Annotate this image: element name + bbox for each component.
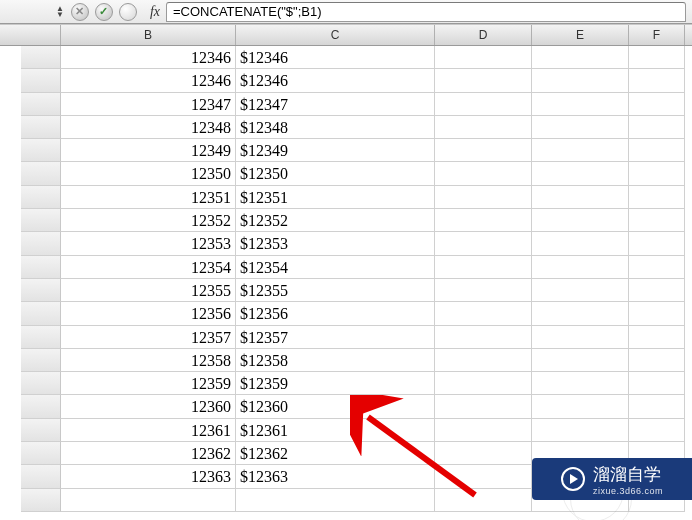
cell-D[interactable] <box>435 256 532 279</box>
row-header[interactable] <box>21 186 61 209</box>
cell-D[interactable] <box>435 419 532 442</box>
cell-E[interactable] <box>532 349 629 372</box>
cell-D[interactable] <box>435 372 532 395</box>
row-header[interactable] <box>21 209 61 232</box>
cell-B[interactable]: 12363 <box>61 465 236 488</box>
cell-B[interactable]: 12362 <box>61 442 236 465</box>
cell-E[interactable] <box>532 279 629 302</box>
row-header[interactable] <box>21 395 61 418</box>
cell-E[interactable] <box>532 93 629 116</box>
cell-B[interactable]: 12360 <box>61 395 236 418</box>
cell-C[interactable]: $12349 <box>236 139 435 162</box>
cell-B[interactable]: 12361 <box>61 419 236 442</box>
cell-F[interactable] <box>629 209 685 232</box>
row-header[interactable] <box>21 256 61 279</box>
cell-B[interactable]: 12352 <box>61 209 236 232</box>
cell-B[interactable]: 12351 <box>61 186 236 209</box>
cell-F[interactable] <box>629 279 685 302</box>
cell-D[interactable] <box>435 465 532 488</box>
cell-F[interactable] <box>629 256 685 279</box>
cell-B[interactable]: 12348 <box>61 116 236 139</box>
cell-E[interactable] <box>532 302 629 325</box>
cell-E[interactable] <box>532 232 629 255</box>
cell-E[interactable] <box>532 46 629 69</box>
cell-C[interactable]: $12363 <box>236 465 435 488</box>
cell-B[interactable]: 12346 <box>61 69 236 92</box>
row-header[interactable] <box>21 162 61 185</box>
cell-C[interactable]: $12351 <box>236 186 435 209</box>
cell-B[interactable]: 12350 <box>61 162 236 185</box>
cell-C[interactable]: $12362 <box>236 442 435 465</box>
cell-B[interactable]: 12357 <box>61 326 236 349</box>
cell-F[interactable] <box>629 372 685 395</box>
cell-E[interactable] <box>532 139 629 162</box>
cell-C[interactable]: $12352 <box>236 209 435 232</box>
cell-C[interactable]: $12350 <box>236 162 435 185</box>
formula-input[interactable]: =CONCATENATE("$";B1) <box>166 2 686 22</box>
cell-B[interactable]: 12349 <box>61 139 236 162</box>
cell-F[interactable] <box>629 69 685 92</box>
row-header[interactable] <box>21 442 61 465</box>
cell-C[interactable]: $12353 <box>236 232 435 255</box>
cell-C[interactable]: $12346 <box>236 46 435 69</box>
cell-B[interactable]: 12353 <box>61 232 236 255</box>
cell-E[interactable] <box>532 186 629 209</box>
cell-C[interactable]: $12357 <box>236 326 435 349</box>
cell-E[interactable] <box>532 326 629 349</box>
cell-B[interactable]: 12356 <box>61 302 236 325</box>
cell-D[interactable] <box>435 326 532 349</box>
row-header[interactable] <box>21 349 61 372</box>
cell-C[interactable]: $12356 <box>236 302 435 325</box>
row-header[interactable] <box>21 69 61 92</box>
cell-C[interactable]: $12348 <box>236 116 435 139</box>
cell-B[interactable]: 12355 <box>61 279 236 302</box>
cell-B[interactable] <box>61 489 236 512</box>
cell-D[interactable] <box>435 395 532 418</box>
row-header[interactable] <box>21 326 61 349</box>
confirm-button[interactable]: ✓ <box>93 2 115 22</box>
cell-B[interactable]: 12347 <box>61 93 236 116</box>
cell-E[interactable] <box>532 256 629 279</box>
cell-D[interactable] <box>435 209 532 232</box>
cell-C[interactable]: $12346 <box>236 69 435 92</box>
cell-C[interactable]: $12354 <box>236 256 435 279</box>
cell-B[interactable]: 12346 <box>61 46 236 69</box>
cell-D[interactable] <box>435 162 532 185</box>
col-header-C[interactable]: C <box>236 25 435 45</box>
cell-D[interactable] <box>435 69 532 92</box>
row-header[interactable] <box>21 46 61 69</box>
cell-C[interactable]: $12359 <box>236 372 435 395</box>
cell-F[interactable] <box>629 162 685 185</box>
cell-E[interactable] <box>532 209 629 232</box>
cell-D[interactable] <box>435 279 532 302</box>
cell-B[interactable]: 12354 <box>61 256 236 279</box>
cell-E[interactable] <box>532 69 629 92</box>
cell-D[interactable] <box>435 232 532 255</box>
col-header-D[interactable]: D <box>435 25 532 45</box>
row-header[interactable] <box>21 465 61 488</box>
row-header[interactable] <box>21 93 61 116</box>
row-header[interactable] <box>21 139 61 162</box>
cell-F[interactable] <box>629 232 685 255</box>
cell-C[interactable]: $12355 <box>236 279 435 302</box>
row-header-corner[interactable] <box>21 25 61 45</box>
cell-F[interactable] <box>629 46 685 69</box>
cell-F[interactable] <box>629 139 685 162</box>
cell-D[interactable] <box>435 302 532 325</box>
cell-E[interactable] <box>532 419 629 442</box>
cell-C[interactable]: $12347 <box>236 93 435 116</box>
row-header[interactable] <box>21 372 61 395</box>
cell-E[interactable] <box>532 162 629 185</box>
cell-D[interactable] <box>435 349 532 372</box>
row-header[interactable] <box>21 419 61 442</box>
cell-C[interactable] <box>236 489 435 512</box>
cell-F[interactable] <box>629 326 685 349</box>
cell-C[interactable]: $12361 <box>236 419 435 442</box>
cell-D[interactable] <box>435 46 532 69</box>
row-header[interactable] <box>21 279 61 302</box>
row-stepper[interactable]: ▲▼ <box>56 6 64 18</box>
cell-F[interactable] <box>629 349 685 372</box>
cell-E[interactable] <box>532 372 629 395</box>
row-header[interactable] <box>21 302 61 325</box>
cell-E[interactable] <box>532 116 629 139</box>
